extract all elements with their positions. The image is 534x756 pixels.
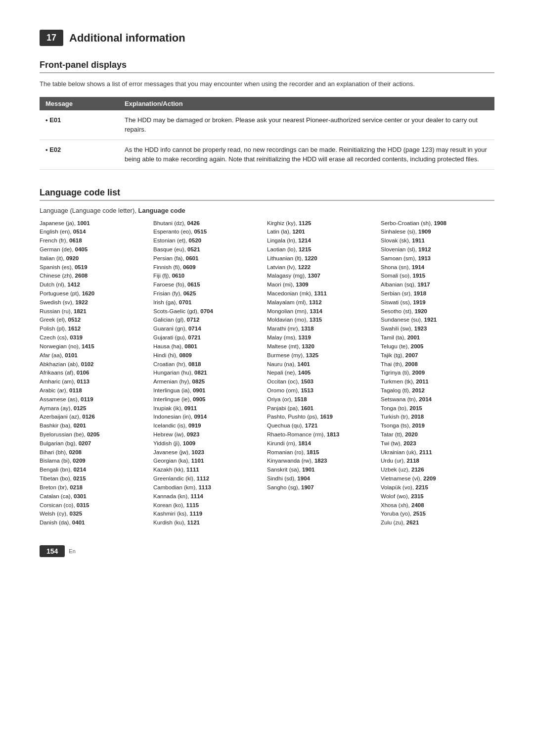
list-item: Tatar (tt), 2020 [381, 430, 490, 439]
list-item: Bhutani (dz), 0426 [153, 219, 262, 228]
error-table: Message Explanation/Action • E01The HDD … [40, 97, 494, 170]
list-item: Sanskrit (sa), 1901 [267, 466, 376, 474]
list-item: Byelorussian (be), 0205 [40, 430, 148, 439]
list-item: Tagalog (tl), 2012 [381, 386, 490, 395]
list-item: Sinhalese (si), 1909 [381, 228, 490, 236]
list-item: Turkmen (tk), 2011 [381, 378, 490, 386]
list-item: Urdu (ur), 2118 [381, 457, 490, 466]
list-item: Fiji (fj), 0610 [153, 272, 262, 281]
table-row: • E02As the HDD info cannot be properly … [40, 140, 494, 169]
list-item: Hebrew (iw), 0923 [153, 430, 262, 439]
list-item: Lingala (ln), 1214 [267, 236, 376, 245]
list-item: Irish (ga), 0701 [153, 298, 262, 307]
list-item: Setswana (tn), 2014 [381, 395, 490, 404]
list-item: Oriya (or), 1518 [267, 395, 376, 404]
list-item: Nepali (ne), 1405 [267, 369, 376, 378]
list-item: Tigrinya (ti), 2009 [381, 369, 490, 378]
list-item: Sangho (sg), 1907 [267, 483, 376, 492]
list-item: Aymara (ay), 0125 [40, 404, 148, 413]
list-item: Portuguese (pt), 1620 [40, 289, 148, 298]
list-item: Interlingua (ia), 0901 [153, 386, 262, 395]
error-message: • E01 [40, 110, 119, 140]
list-item: Breton (br), 0218 [40, 483, 148, 492]
list-item: Sindhi (sd), 1904 [267, 474, 376, 483]
lang-intro-bold: Language code [138, 207, 185, 214]
list-item: Czech (cs), 0319 [40, 333, 148, 342]
list-item: Frisian (fy), 0625 [153, 289, 262, 298]
list-item: Tonga (to), 2015 [381, 404, 490, 413]
list-item: Slovenian (sl), 1912 [381, 245, 490, 254]
list-item: Bulgarian (bg), 0207 [40, 439, 148, 448]
list-item: Telugu (te), 2005 [381, 342, 490, 351]
list-item: Macedonian (mk), 1311 [267, 289, 376, 298]
footer-lang: En [69, 548, 75, 554]
table-header-message: Message [40, 97, 119, 110]
table-header-explanation: Explanation/Action [119, 97, 494, 110]
list-item: Estonian (et), 0520 [153, 236, 262, 245]
list-item: Marathi (mr), 1318 [267, 325, 376, 333]
front-panel-section: Front-panel displays The table below sho… [40, 60, 494, 170]
list-item: Yiddish (ji), 1009 [153, 439, 262, 448]
list-item: Bihari (bh), 0208 [40, 448, 148, 457]
list-item: Burmese (my), 1325 [267, 351, 376, 360]
error-explanation: The HDD may be damaged or broken. Please… [119, 110, 494, 140]
list-item: Moldavian (mo), 1315 [267, 316, 376, 325]
list-item: Welsh (cy), 0325 [40, 510, 148, 519]
list-item: Abkhazian (ab), 0102 [40, 360, 148, 369]
lang-code-heading: Language code list [40, 188, 494, 201]
lang-columns: Japanese (ja), 1001English (en), 0514Fre… [40, 219, 494, 527]
list-item: Galician (gl), 0712 [153, 316, 262, 325]
page-footer: 154 En [40, 545, 494, 557]
list-item: German (de), 0405 [40, 245, 148, 254]
table-row: • E01The HDD may be damaged or broken. P… [40, 110, 494, 140]
list-item: Azerbaijani (az), 0126 [40, 413, 148, 422]
list-item: Greek (el), 0512 [40, 316, 148, 325]
list-item: Corsican (co), 0315 [40, 501, 148, 510]
list-item: Kirundi (rn), 1814 [267, 439, 376, 448]
error-explanation: As the HDD info cannot be properly read,… [119, 140, 494, 169]
list-item: Guarani (gn), 0714 [153, 325, 262, 333]
list-item: Lithuanian (lt), 1220 [267, 254, 376, 263]
lang-column-0: Japanese (ja), 1001English (en), 0514Fre… [40, 219, 153, 527]
list-item: Pashto, Pushto (ps), 1619 [267, 413, 376, 422]
front-panel-heading: Front-panel displays [40, 60, 494, 73]
list-item: Uzbek (uz), 2126 [381, 466, 490, 474]
list-item: Xhosa (xh), 2408 [381, 501, 490, 510]
list-item: English (en), 0514 [40, 228, 148, 236]
list-item: Kinyarwanda (rw), 1823 [267, 457, 376, 466]
list-item: Bislama (bi), 0209 [40, 457, 148, 466]
list-item: Italian (it), 0920 [40, 254, 148, 263]
list-item: Korean (ko), 1115 [153, 501, 262, 510]
page-number: 154 [40, 545, 65, 557]
list-item: Indonesian (in), 0914 [153, 413, 262, 422]
list-item: Samoan (sm), 1913 [381, 254, 490, 263]
list-item: Faroese (fo), 0615 [153, 281, 262, 289]
list-item: Croatian (hr), 0818 [153, 360, 262, 369]
chapter-heading: 17 Additional information [40, 30, 494, 46]
list-item: Japanese (ja), 1001 [40, 219, 148, 228]
list-item: Nauru (na), 1401 [267, 360, 376, 369]
list-item: Icelandic (is), 0919 [153, 422, 262, 430]
lang-column-3: Serbo-Croatian (sh), 1908Sinhalese (si),… [381, 219, 494, 527]
language-code-section: Language code list Language (Language co… [40, 188, 494, 527]
list-item: Somali (so), 1915 [381, 272, 490, 281]
list-item: Albanian (sq), 1917 [381, 281, 490, 289]
list-item: Greenlandic (kl), 1112 [153, 474, 262, 483]
list-item: Danish (da), 0401 [40, 519, 148, 527]
list-item: Turkish (tr), 2018 [381, 413, 490, 422]
list-item: Panjabi (pa), 1601 [267, 404, 376, 413]
list-item: Romanian (ro), 1815 [267, 448, 376, 457]
list-item: Kashmiri (ks), 1119 [153, 510, 262, 519]
list-item: Occitan (oc), 1503 [267, 378, 376, 386]
list-item: Kannada (kn), 1114 [153, 492, 262, 501]
list-item: Malay (ms), 1319 [267, 333, 376, 342]
list-item: Russian (ru), 1821 [40, 307, 148, 316]
list-item: Basque (eu), 0521 [153, 245, 262, 254]
list-item: Quechua (qu), 1721 [267, 422, 376, 430]
list-item: Oromo (om), 1513 [267, 386, 376, 395]
list-item: Armenian (hy), 0825 [153, 378, 262, 386]
list-item: Serbo-Croatian (sh), 1908 [381, 219, 490, 228]
list-item: Maori (mi), 1309 [267, 281, 376, 289]
list-item: Georgian (ka), 1101 [153, 457, 262, 466]
list-item: Afrikaans (af), 0106 [40, 369, 148, 378]
